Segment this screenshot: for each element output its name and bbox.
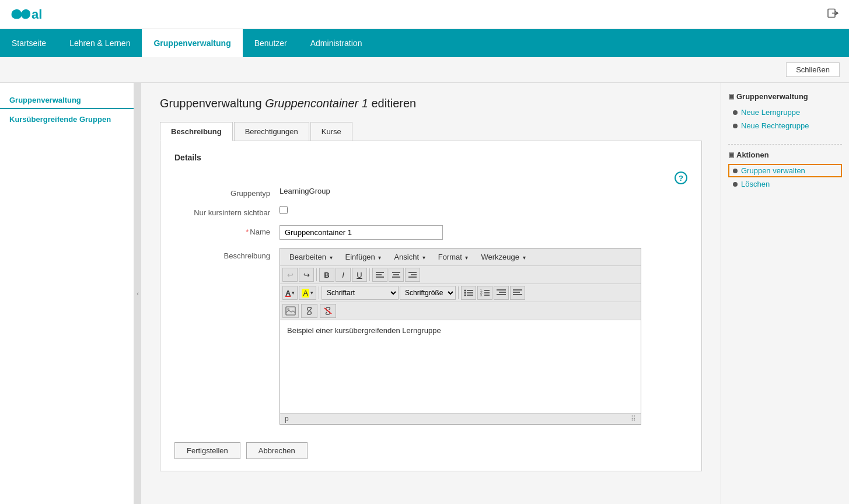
collapse-icon: ‹: [137, 290, 139, 297]
editor-toolbar3: [280, 302, 641, 320]
align-right-button[interactable]: [405, 268, 420, 282]
fertigstellen-button[interactable]: Fertigstellen: [174, 442, 240, 459]
value-gruppentyp: LearningGroup: [279, 187, 687, 195]
editor-footer: p ⠿: [280, 414, 641, 424]
menu-bearbeiten[interactable]: Bearbeiten ▾: [284, 251, 338, 263]
redo-button[interactable]: ↪: [299, 268, 314, 282]
form-row-gruppentyp: Gruppentyp LearningGroup: [174, 187, 687, 198]
bullet-4: [733, 182, 738, 187]
input-name[interactable]: [279, 225, 443, 240]
logo-icon: [9, 6, 30, 23]
underline-button[interactable]: U: [352, 268, 367, 282]
topbar-right: [827, 6, 840, 22]
sep1: [316, 268, 317, 281]
sep2: [369, 268, 370, 281]
close-button[interactable]: Schließen: [786, 62, 840, 77]
font-color-button[interactable]: A ▾: [282, 286, 298, 300]
page-title-italic: Gruppencontainer 1: [265, 97, 368, 110]
tabs: Beschreibung Berechtigungen Kurse: [160, 122, 702, 141]
insert-link-button[interactable]: [301, 304, 317, 318]
page-title-text: Gruppenverwaltung: [160, 97, 262, 110]
center-content: Gruppenverwaltung Gruppencontainer 1 edi…: [141, 83, 721, 504]
bullet-3: [733, 169, 738, 173]
help-icon[interactable]: ?: [675, 172, 687, 184]
right-section-header-2: ▣ Aktionen: [728, 150, 842, 159]
editor-container: Bearbeiten ▾ Einfügen ▾ Ansicht ▾ Format…: [279, 248, 641, 425]
svg-text:3.: 3.: [480, 293, 483, 297]
italic-button[interactable]: I: [336, 268, 351, 282]
form-row-sichtbar: Nur kursintern sichtbar: [174, 206, 687, 217]
toggle-icon-1[interactable]: ▣: [728, 93, 734, 100]
value-sichtbar: [279, 206, 687, 216]
bg-color-button[interactable]: A ▾: [299, 286, 316, 300]
bullet-2: [733, 124, 738, 128]
nav-benutzer[interactable]: Benutzer: [243, 29, 299, 57]
tab-kurse[interactable]: Kurse: [310, 122, 352, 141]
collapse-handle[interactable]: ‹: [134, 83, 141, 504]
right-divider: [728, 144, 842, 145]
right-section-title-2: Aktionen: [736, 150, 769, 159]
sidebar-item-kursubergreifende[interactable]: Kursübergreifende Gruppen: [0, 111, 134, 127]
right-item-gruppen-verwalten[interactable]: Gruppen verwalten: [728, 164, 842, 177]
svg-point-13: [464, 292, 466, 294]
undo-button[interactable]: ↩: [282, 268, 298, 282]
help-icon-container: ?: [174, 172, 687, 184]
nav-gruppenverwaltung[interactable]: Gruppenverwaltung: [142, 29, 242, 57]
right-section-title-1: Gruppenverwaltung: [736, 92, 808, 101]
menu-ansicht[interactable]: Ansicht ▾: [388, 251, 431, 263]
checkbox-sichtbar[interactable]: [279, 206, 288, 214]
right-item-label-4: Löschen: [741, 180, 770, 188]
remove-link-button[interactable]: [320, 304, 336, 318]
editor-resize-handle[interactable]: ⠿: [631, 415, 636, 423]
main-layout: Gruppenverwaltung Kursübergreifende Grup…: [0, 83, 849, 504]
label-sichtbar: Nur kursintern sichtbar: [174, 206, 279, 217]
tab-berechtigungen[interactable]: Berechtigungen: [234, 122, 309, 141]
list-ordered-button[interactable]: 1.2.3.: [477, 286, 492, 300]
logout-icon[interactable]: [827, 10, 840, 22]
outdent-button[interactable]: [510, 286, 525, 300]
right-item-neue-rechtegruppe[interactable]: Neue Rechtegruppe: [728, 119, 842, 132]
sep3: [319, 286, 319, 299]
nav-lehren[interactable]: Lehren & Lernen: [58, 29, 142, 57]
editor-tag: p: [285, 415, 289, 423]
list-unordered-button[interactable]: [461, 286, 476, 300]
insert-image-button[interactable]: [282, 304, 299, 318]
menu-einfugen[interactable]: Einfügen ▾: [340, 251, 387, 263]
right-item-neue-lerngruppe[interactable]: Neue Lerngruppe: [728, 106, 842, 119]
align-center-button[interactable]: [389, 268, 404, 282]
right-item-label-2: Neue Rechtegruppe: [741, 121, 809, 130]
font-size-select[interactable]: Schriftgröße 10 12 14 16 18: [400, 286, 456, 300]
editor-toolbar2: A ▾ A ▾ Schriftart Arial Time: [280, 284, 641, 302]
align-left-button[interactable]: [372, 268, 387, 282]
value-name: [279, 225, 687, 240]
logo: al: [9, 6, 42, 23]
logo-text: al: [32, 7, 42, 22]
label-gruppentyp: Gruppentyp: [174, 187, 279, 198]
required-star: *: [246, 228, 249, 236]
abbrechen-button[interactable]: Abbrechen: [246, 442, 308, 459]
nav-administration[interactable]: Administration: [299, 29, 374, 57]
tab-beschreibung[interactable]: Beschreibung: [160, 122, 233, 141]
menu-format[interactable]: Format ▾: [432, 251, 474, 263]
nav-startseite[interactable]: Startseite: [0, 29, 58, 57]
form-row-name: *Name: [174, 225, 687, 240]
font-family-select[interactable]: Schriftart Arial Times New Roman: [322, 286, 399, 300]
toggle-icon-2[interactable]: ▣: [728, 151, 734, 159]
menu-werkzeuge[interactable]: Werkzeuge ▾: [475, 251, 531, 263]
editor-body[interactable]: Beispiel einer kursübergreifenden Lerngr…: [280, 320, 641, 414]
right-item-label-3: Gruppen verwalten: [741, 166, 805, 175]
right-item-loschen[interactable]: Löschen: [728, 177, 842, 191]
bold-button[interactable]: B: [319, 268, 334, 282]
svg-line-32: [324, 308, 331, 314]
form-row-beschreibung: Beschreibung Bearbeiten ▾ Einfügen ▾ Ans…: [174, 248, 687, 425]
navbar: Startseite Lehren & Lernen Gruppenverwal…: [0, 29, 849, 57]
form-area: Details ? Gruppentyp LearningGroup Nur k…: [160, 141, 702, 471]
indent-button[interactable]: [494, 286, 509, 300]
value-beschreibung: Bearbeiten ▾ Einfügen ▾ Ansicht ▾ Format…: [279, 248, 687, 425]
editor-body-text: Beispiel einer kursübergreifenden Lerngr…: [287, 326, 441, 335]
right-section-gruppenverwaltung: ▣ Gruppenverwaltung Neue Lerngruppe Neue…: [728, 92, 842, 132]
svg-rect-29: [286, 307, 295, 315]
label-beschreibung: Beschreibung: [174, 248, 279, 260]
page-title: Gruppenverwaltung Gruppencontainer 1 edi…: [160, 97, 702, 110]
left-sidebar: Gruppenverwaltung Kursübergreifende Grup…: [0, 83, 134, 504]
